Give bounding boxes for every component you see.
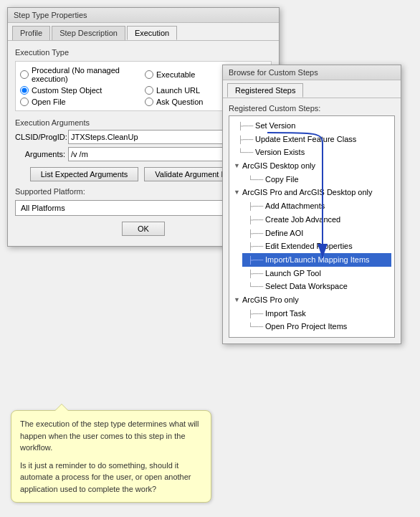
group-arcgis-pro-only-label: ArcGIS Pro only <box>242 293 299 307</box>
group-arcgis-desktop-label: ArcGIS Desktop only <box>242 159 315 173</box>
tooltip-text2: Is it just a reminder to do something, s… <box>20 460 202 495</box>
tree-children-pro-only: ├── Import Task └── Open Pro Project Ite… <box>232 307 391 333</box>
tree-item-launch-gp[interactable]: ├── Launch GP Tool <box>242 267 391 280</box>
group-arcgis-pro-only[interactable]: ▼ ArcGIS Pro only <box>232 293 391 307</box>
group-arcgis-pro-desktop-label: ArcGIS Pro and ArcGIS Desktop only <box>242 186 373 199</box>
radio-open-file[interactable]: Open File <box>20 98 142 106</box>
tooltip-text1: The execution of the step type determine… <box>20 418 202 454</box>
tree-container[interactable]: ├── Set Version ├── Update Extent Featur… <box>229 115 395 338</box>
arguments-field-label: Arguments: <box>15 150 65 158</box>
execution-type-label: Execution Type <box>15 48 272 57</box>
radio-launch-url-label: Launch URL <box>156 86 200 95</box>
tree-item-select-data[interactable]: └── Select Data Workspace <box>242 280 391 293</box>
tree-children-pro-desktop: ├── Add Attachments ├── Create Job Advan… <box>232 199 391 293</box>
tree-item-edit-extended[interactable]: ├── Edit Extended Properties <box>242 239 391 253</box>
tree-item-define-aoi[interactable]: ├── Define AOI <box>242 227 391 240</box>
browse-tab-registered[interactable]: Registered Steps <box>227 83 303 98</box>
tab-profile[interactable]: Profile <box>12 26 50 40</box>
radio-procedural-label: Procedural (No managed execution) <box>32 66 142 83</box>
tree-item-import-launch[interactable]: ├── Import/Launch Mapping Items <box>242 253 391 267</box>
dialog-title: Step Type Properties <box>8 8 279 23</box>
radio-procedural[interactable]: Procedural (No managed execution) <box>20 66 142 83</box>
tree-item-version-exists[interactable]: └── Version Exists <box>232 146 391 159</box>
radio-executable-label: Executable <box>156 70 195 79</box>
expand-icon2: ▼ <box>234 187 240 198</box>
browse-tab-bar: Registered Steps <box>223 80 401 98</box>
tooltip-balloon: The execution of the step type determine… <box>11 410 211 503</box>
expand-icon: ▼ <box>234 161 240 171</box>
tree-item-set-version[interactable]: ├── Set Version <box>232 119 391 133</box>
radio-ask-question-label: Ask Question <box>156 98 203 106</box>
group-arcgis-desktop[interactable]: ▼ ArcGIS Desktop only <box>232 159 391 173</box>
tab-bar: Profile Step Description Execution <box>8 23 279 41</box>
tree-item-copy-file[interactable]: └── Copy File <box>242 173 391 186</box>
tree-item-import-task[interactable]: ├── Import Task <box>242 307 391 321</box>
tree-item-create-job[interactable]: ├── Create Job Advanced <box>242 213 391 227</box>
ok-button[interactable]: OK <box>122 222 165 236</box>
clsid-label: CLSID/ProgID: <box>15 133 65 141</box>
list-expected-button[interactable]: List Expected Arguments <box>30 167 139 181</box>
expand-icon3: ▼ <box>234 295 240 305</box>
group-arcgis-pro-desktop[interactable]: ▼ ArcGIS Pro and ArcGIS Desktop only <box>232 186 391 199</box>
tree-children-desktop: └── Copy File <box>232 173 391 186</box>
registered-label: Registered Custom Steps: <box>229 104 395 113</box>
radio-custom-step[interactable]: Custom Step Object <box>20 86 142 95</box>
tree-item-add-attachments[interactable]: ├── Add Attachments <box>242 199 391 213</box>
browse-dialog: Browse for Custom Steps Registered Steps… <box>222 65 401 344</box>
tab-execution[interactable]: Execution <box>127 26 177 40</box>
tree-item-update-extent[interactable]: ├── Update Extent Feature Class <box>232 133 391 146</box>
radio-custom-step-label: Custom Step Object <box>32 86 102 95</box>
tree-item-open-pro[interactable]: └── Open Pro Project Items <box>242 320 391 333</box>
browse-dialog-title: Browse for Custom Steps <box>223 65 401 80</box>
browse-content: Registered Custom Steps: ├── Set Version… <box>223 98 401 343</box>
tab-step-description[interactable]: Step Description <box>52 26 125 40</box>
radio-open-file-label: Open File <box>32 98 66 106</box>
